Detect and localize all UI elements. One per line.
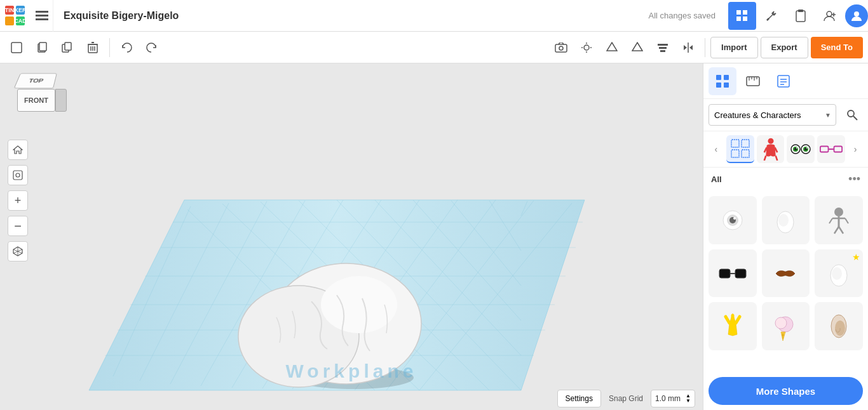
shape-card-eye[interactable]: [709, 196, 757, 244]
camera-view-btn[interactable]: [550, 36, 573, 59]
toolbar: Import Export Send To: [0, 32, 868, 63]
tools-btn[interactable]: [757, 2, 785, 30]
export-button[interactable]: Export: [761, 37, 808, 58]
svg-point-122: [733, 217, 736, 220]
settings-button[interactable]: Settings: [557, 390, 601, 407]
shape-card-claw[interactable]: [709, 302, 757, 350]
cube-front-face[interactable]: FRONT: [17, 89, 55, 112]
more-shapes-button[interactable]: More Shapes: [709, 377, 863, 405]
zoom-in-btn[interactable]: +: [8, 190, 28, 211]
svg-rect-98: [742, 140, 749, 147]
shape-card-glasses[interactable]: [709, 249, 757, 298]
shape-tool-btn[interactable]: [600, 36, 623, 59]
shape-card-icecream[interactable]: [762, 302, 810, 350]
cube-front-label: FRONT: [24, 96, 48, 104]
tab-prev-btn[interactable]: ‹: [709, 142, 724, 157]
svg-point-73: [321, 276, 397, 333]
object-tool-btn[interactable]: [626, 36, 649, 59]
canvas-area[interactable]: Workplane TOP FRONT + −: [0, 63, 703, 410]
home-view-btn[interactable]: [8, 140, 28, 160]
svg-point-101: [768, 138, 773, 144]
logo[interactable]: TIN KER CAD: [0, 1, 31, 31]
plus-icon: +: [15, 194, 22, 208]
svg-text:Workplane: Workplane: [286, 360, 417, 381]
shape-tab-eyes[interactable]: [787, 135, 815, 163]
shape-card-egg[interactable]: [762, 196, 810, 244]
svg-rect-37: [660, 50, 665, 52]
svg-rect-115: [834, 147, 843, 152]
snap-input[interactable]: 1.0 mm ▲ ▼: [651, 390, 695, 407]
svg-rect-85: [724, 83, 729, 88]
user-avatar[interactable]: [845, 4, 868, 27]
svg-rect-3: [736, 10, 741, 15]
svg-line-129: [839, 227, 843, 234]
search-button[interactable]: [841, 104, 863, 126]
svg-rect-114: [820, 147, 829, 152]
undo-btn[interactable]: [115, 36, 138, 59]
cube-side-face[interactable]: [55, 89, 67, 112]
svg-line-131: [845, 218, 848, 223]
svg-rect-36: [659, 47, 667, 49]
snap-arrows[interactable]: ▲ ▼: [686, 393, 691, 404]
topbar-right: [728, 2, 868, 30]
snap-value: 1.0 mm: [655, 394, 681, 403]
add-person-btn[interactable]: [816, 2, 844, 30]
svg-marker-32: [632, 43, 642, 51]
delete-btn[interactable]: [81, 36, 104, 59]
toolbar-sep-2: [705, 38, 705, 57]
svg-rect-7: [796, 11, 805, 22]
align-btn[interactable]: [651, 36, 674, 59]
shape-tab-figure[interactable]: [757, 135, 785, 163]
sendto-button[interactable]: Send To: [811, 37, 863, 58]
redo-btn[interactable]: [140, 36, 163, 59]
cube-top-label: TOP: [28, 77, 44, 83]
import-button[interactable]: Import: [710, 37, 757, 58]
shape-card-skeleton[interactable]: [815, 196, 863, 244]
svg-point-25: [559, 46, 563, 50]
shape-card-ear[interactable]: [815, 302, 863, 350]
copy-btn[interactable]: [31, 36, 53, 59]
main-area: Workplane TOP FRONT + −: [0, 63, 868, 410]
svg-line-138: [736, 317, 740, 323]
shape-tab-all[interactable]: [726, 135, 754, 163]
panel-top-icons: [703, 63, 868, 99]
light-btn[interactable]: [575, 36, 598, 59]
logo-cad: CAD: [16, 17, 25, 25]
ruler-panel-btn[interactable]: [739, 67, 767, 95]
svg-rect-86: [747, 77, 759, 86]
project-name[interactable]: Exquisite Bigery-Migelo: [53, 10, 648, 22]
svg-rect-6: [743, 17, 747, 21]
svg-marker-75: [13, 146, 22, 154]
new-btn[interactable]: [5, 36, 28, 59]
shapes-more-dots[interactable]: •••: [848, 173, 860, 186]
fit-view-btn[interactable]: [8, 165, 28, 185]
shape-tabs: ‹ ›: [703, 131, 868, 168]
mirror-btn[interactable]: [677, 36, 700, 59]
category-select[interactable]: Creatures & Characters Basic Shapes Feat…: [709, 104, 836, 126]
view-cube[interactable]: TOP FRONT: [8, 71, 65, 128]
grid-view-btn[interactable]: [728, 2, 756, 30]
notes-panel-btn[interactable]: [770, 67, 797, 95]
shape-card-mustache[interactable]: [762, 249, 810, 298]
zoom-out-btn[interactable]: −: [8, 216, 28, 236]
3d-view-btn[interactable]: [8, 241, 28, 261]
left-controls: + −: [8, 140, 28, 261]
svg-line-102: [764, 155, 766, 161]
shapes-panel-btn[interactable]: [709, 67, 736, 95]
svg-line-137: [726, 317, 729, 323]
cube-top-face[interactable]: TOP: [14, 74, 57, 89]
svg-point-141: [775, 317, 787, 329]
svg-line-33: [632, 43, 637, 51]
menu-icon[interactable]: [31, 0, 53, 32]
logo-tin: TIN: [5, 6, 14, 15]
shape-tab-glasses[interactable]: [817, 135, 845, 163]
tab-next-btn[interactable]: ›: [848, 142, 863, 157]
svg-rect-13: [11, 43, 22, 53]
shape-card-egg2[interactable]: ★: [815, 249, 863, 298]
clipboard-btn[interactable]: [787, 2, 815, 30]
svg-point-77: [16, 173, 20, 177]
shapes-all-label: All: [711, 175, 722, 184]
svg-rect-1: [36, 15, 48, 17]
right-panel: Creatures & Characters Basic Shapes Feat…: [703, 63, 868, 410]
duplicate-btn[interactable]: [56, 36, 79, 59]
